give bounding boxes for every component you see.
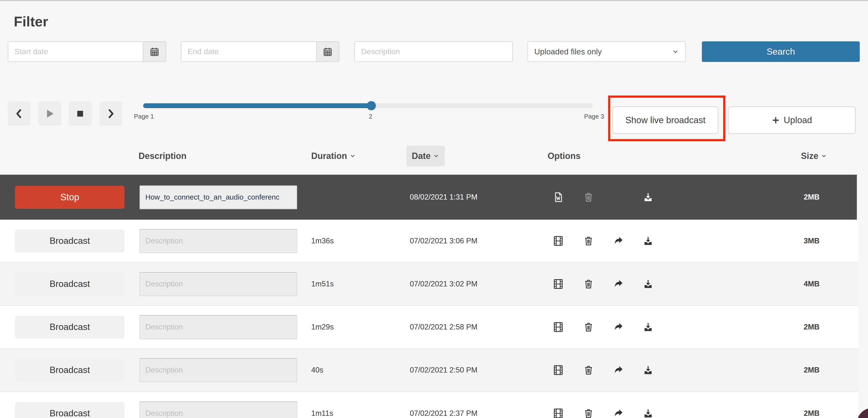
screen: Filter Uploaded files only Search — [0, 0, 868, 418]
start-date-group — [8, 41, 166, 62]
row-date: 07/02/2021 2:58 PM — [410, 306, 477, 348]
previous-page-button[interactable] — [8, 102, 31, 126]
sort-chevron-icon — [821, 153, 827, 159]
play-button[interactable] — [38, 102, 61, 126]
start-date-calendar-button[interactable] — [143, 42, 166, 62]
recording-row: Broadcast 40s 07/02/2021 2:50 PM 2MB — [0, 349, 858, 392]
row-duration: 40s — [311, 349, 323, 391]
show-live-broadcast-button[interactable]: Show live broadcast — [613, 106, 718, 134]
row-date: 07/02/2021 2:50 PM — [410, 349, 477, 391]
uploaded-files-select[interactable]: Uploaded files only — [527, 41, 686, 62]
film-icon[interactable] — [552, 349, 564, 391]
header-duration-sort[interactable]: Duration — [311, 145, 356, 167]
share-icon[interactable] — [613, 392, 624, 418]
row-size: 2MB — [775, 392, 819, 418]
chevron-down-icon — [672, 48, 679, 56]
trash-icon[interactable] — [583, 306, 594, 348]
share-icon[interactable] — [613, 220, 624, 262]
broadcast-button[interactable]: Broadcast — [15, 230, 124, 252]
row-date: 07/02/2021 2:37 PM — [410, 392, 477, 418]
live-row-date: 08/02/2021 1:31 PM — [410, 175, 477, 220]
end-date-input[interactable] — [181, 42, 316, 62]
broadcast-button[interactable]: Broadcast — [15, 359, 124, 382]
page-end-label: Page 3 — [584, 113, 604, 120]
live-row-size: 2MB — [775, 175, 819, 220]
row-description-input[interactable] — [140, 402, 297, 418]
row-size: 4MB — [775, 263, 819, 305]
page-slider-track[interactable] — [143, 103, 593, 108]
film-icon[interactable] — [552, 220, 564, 262]
stop-playback-button[interactable] — [69, 102, 92, 126]
row-size: 2MB — [775, 306, 819, 348]
calendar-icon — [322, 47, 333, 57]
table-header: Description Duration Date Options Size — [0, 145, 858, 167]
row-date: 07/02/2021 3:06 PM — [410, 220, 477, 262]
download-icon[interactable] — [642, 306, 654, 348]
row-duration: 1m11s — [311, 392, 333, 418]
download-icon[interactable] — [642, 220, 654, 262]
share-icon[interactable] — [613, 306, 624, 348]
trash-icon[interactable] — [583, 175, 594, 220]
start-date-input[interactable] — [8, 42, 143, 62]
uploaded-files-select-value: Uploaded files only — [534, 47, 672, 56]
share-icon[interactable] — [613, 349, 624, 391]
chevron-right-icon — [105, 108, 117, 119]
download-icon[interactable] — [642, 349, 654, 391]
row-description-input[interactable] — [140, 272, 297, 296]
calendar-icon — [149, 47, 160, 57]
film-icon[interactable] — [552, 263, 564, 305]
top-border — [0, 0, 868, 1]
row-size: 2MB — [775, 349, 819, 391]
page-start-label: Page 1 — [134, 113, 154, 120]
page-current-label: 2 — [369, 113, 372, 120]
page-slider-knob[interactable] — [367, 101, 376, 110]
download-icon[interactable] — [642, 263, 654, 305]
row-duration: 1m29s — [311, 306, 334, 348]
broadcast-button[interactable]: Broadcast — [15, 402, 124, 418]
header-description: Description — [138, 145, 186, 167]
share-icon[interactable] — [613, 263, 624, 305]
download-icon[interactable] — [642, 175, 654, 220]
live-broadcast-row: Stop 08/02/2021 1:31 PM 2MB — [0, 175, 857, 220]
trash-icon[interactable] — [583, 349, 594, 391]
sort-chevron-icon — [433, 153, 439, 159]
chevron-left-icon — [13, 108, 25, 119]
play-icon — [43, 107, 56, 120]
page-slider-fill — [143, 103, 371, 108]
description-filter-input[interactable] — [354, 41, 513, 62]
recording-row: Broadcast 1m51s 07/02/2021 3:02 PM 4MB — [0, 263, 858, 306]
stop-broadcast-button[interactable]: Stop — [15, 186, 124, 209]
header-date-sort[interactable]: Date — [406, 146, 445, 166]
row-size: 3MB — [775, 220, 819, 262]
sort-chevron-icon — [349, 153, 356, 159]
page-title: Filter — [14, 13, 48, 30]
header-options: Options — [548, 145, 581, 167]
download-icon[interactable] — [642, 392, 654, 418]
broadcast-button[interactable]: Broadcast — [15, 273, 124, 295]
chat-widget-bubble[interactable] — [857, 408, 868, 418]
live-row-filename-input[interactable] — [140, 185, 297, 209]
end-date-group — [181, 41, 339, 62]
next-page-button[interactable] — [99, 102, 122, 126]
word-document-icon[interactable] — [552, 175, 564, 220]
upload-button[interactable]: Upload — [728, 106, 856, 134]
header-size-sort[interactable]: Size — [775, 145, 827, 167]
recording-row: Broadcast 1m36s 07/02/2021 3:06 PM 3MB — [0, 220, 858, 263]
trash-icon[interactable] — [583, 392, 594, 418]
row-date: 07/02/2021 3:02 PM — [410, 263, 477, 305]
recording-row: Broadcast 1m29s 07/02/2021 2:58 PM 2MB — [0, 306, 858, 349]
trash-icon[interactable] — [583, 220, 594, 262]
upload-button-label: Upload — [784, 115, 812, 125]
broadcast-button[interactable]: Broadcast — [15, 316, 124, 339]
row-description-input[interactable] — [140, 229, 297, 253]
stop-icon — [74, 108, 86, 119]
row-description-input[interactable] — [140, 315, 297, 339]
film-icon[interactable] — [552, 392, 564, 418]
search-button[interactable]: Search — [702, 41, 860, 62]
row-description-input[interactable] — [140, 358, 297, 382]
filter-row: Uploaded files only Search — [0, 41, 868, 62]
trash-icon[interactable] — [583, 263, 594, 305]
end-date-calendar-button[interactable] — [316, 42, 339, 62]
film-icon[interactable] — [552, 306, 564, 348]
plus-icon — [772, 116, 780, 124]
